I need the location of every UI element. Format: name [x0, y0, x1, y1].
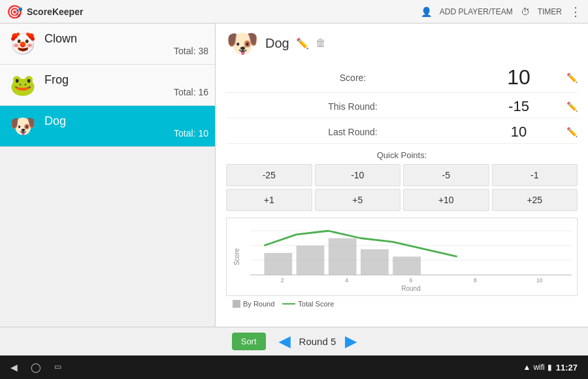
- avatar-clown: 🤡: [7, 27, 39, 60]
- qp-pos10[interactable]: +10: [403, 189, 489, 211]
- player-info-dog: Dog Total: 10: [39, 114, 208, 139]
- player-info-clown: Clown Total: 38: [39, 32, 208, 56]
- app-icon: 🎯: [7, 4, 23, 20]
- next-round-button[interactable]: ▶: [345, 333, 356, 350]
- chart-y-label: Score: [233, 248, 240, 265]
- player-item-clown[interactable]: 🤡 Clown Total: 38: [0, 24, 215, 65]
- score-row-this-round: This Round: -15 ✏️: [226, 95, 578, 118]
- player-info-frog: Frog Total: 16: [39, 73, 208, 97]
- svg-rect-16: [329, 239, 357, 275]
- player-total-frog: Total: 16: [44, 87, 208, 97]
- detail-player-name: Dog: [265, 36, 289, 51]
- back-button[interactable]: ◀: [10, 362, 18, 372]
- this-round-edit-icon[interactable]: ✏️: [558, 101, 578, 112]
- detail-avatar: 🐶: [226, 30, 259, 56]
- svg-text:2: 2: [281, 277, 284, 282]
- status-bar: ▲ wifi ▮ 11:27: [523, 363, 578, 372]
- score-row-last-round: Last Round: 10 ✏️: [226, 121, 578, 144]
- svg-rect-17: [361, 249, 389, 274]
- battery-icon: ▮: [547, 363, 552, 372]
- header-actions: 👤 ADD PLAYER/TEAM ⏱ TIMER ⋮: [421, 5, 581, 19]
- timer-button[interactable]: TIMER: [538, 7, 562, 16]
- detail-panel: 🐶 Dog ✏️ 🗑 Score: 10 ✏️ This Round: -15 …: [216, 24, 588, 327]
- last-round-label: Last Round:: [226, 127, 480, 137]
- more-options-icon[interactable]: ⋮: [570, 5, 581, 19]
- svg-text:10: 10: [536, 277, 543, 282]
- legend-box-icon: [233, 300, 240, 308]
- round-navigation: ◀ Round 5 ▶: [279, 333, 357, 350]
- svg-rect-15: [297, 246, 325, 275]
- legend-by-round: By Round: [233, 300, 274, 308]
- edit-name-icon[interactable]: ✏️: [296, 37, 309, 50]
- app-header: 🎯 ScoreKeeper: [7, 4, 83, 20]
- score-label: Score:: [226, 73, 480, 83]
- clown-emoji: 🤡: [10, 33, 36, 54]
- quick-points-label: Quick Points:: [226, 150, 578, 160]
- qp-pos5[interactable]: +5: [315, 189, 401, 211]
- android-nav-buttons: ◀ ◯ ▭: [10, 362, 61, 372]
- player-total-dog: Total: 10: [44, 128, 208, 139]
- qp-pos25[interactable]: +25: [492, 189, 578, 211]
- chart-svg: 20 15 10 0 2 4 6 8 10: [250, 223, 572, 282]
- signal-icon: ▲: [523, 363, 531, 372]
- wifi-icon: wifi: [533, 363, 544, 372]
- player-item-dog[interactable]: 🐶 Dog Total: 10: [0, 106, 215, 147]
- android-nav-bar: ◀ ◯ ▭ ▲ wifi ▮ 11:27: [0, 355, 588, 379]
- qp-neg25[interactable]: -25: [226, 164, 312, 186]
- avatar-frog: 🐸: [7, 69, 39, 101]
- person-icon: 👤: [421, 7, 432, 17]
- legend-line-icon: [282, 303, 295, 305]
- top-bar: 🎯 ScoreKeeper 👤 ADD PLAYER/TEAM ⏱ TIMER …: [0, 0, 588, 24]
- this-round-label: This Round:: [226, 101, 480, 112]
- round-label: Round 5: [299, 336, 336, 347]
- score-edit-icon[interactable]: ✏️: [558, 73, 578, 83]
- bottom-bar: Sort ◀ Round 5 ▶: [0, 327, 588, 355]
- prev-round-button[interactable]: ◀: [279, 333, 290, 350]
- svg-text:6: 6: [410, 277, 413, 282]
- svg-text:8: 8: [474, 277, 477, 282]
- dog-emoji: 🐶: [10, 116, 36, 137]
- qp-neg5[interactable]: -5: [403, 164, 489, 186]
- qp-neg1[interactable]: -1: [492, 164, 578, 186]
- clock: 11:27: [556, 363, 578, 372]
- score-chart: Score 20 15 10 0 2 4 6 8 10: [226, 218, 578, 296]
- qp-pos1[interactable]: +1: [226, 189, 312, 211]
- home-button[interactable]: ◯: [31, 362, 41, 372]
- qp-neg10[interactable]: -10: [315, 164, 401, 186]
- sidebar: 🤡 Clown Total: 38 🐸 Frog Total: 16 🐶 Do: [0, 24, 216, 327]
- player-name-frog: Frog: [44, 73, 208, 87]
- score-value: 10: [480, 65, 558, 90]
- this-round-value: -15: [480, 98, 558, 115]
- frog-emoji: 🐸: [10, 74, 36, 95]
- status-icons: ▲ wifi ▮: [523, 363, 552, 372]
- last-round-value: 10: [480, 124, 558, 140]
- legend-by-round-label: By Round: [243, 300, 274, 308]
- player-total-clown: Total: 38: [44, 46, 208, 56]
- sort-button[interactable]: Sort: [232, 333, 266, 350]
- svg-text:4: 4: [345, 277, 348, 282]
- last-round-edit-icon[interactable]: ✏️: [558, 127, 578, 137]
- main-layout: 🤡 Clown Total: 38 🐸 Frog Total: 16 🐶 Do: [0, 24, 588, 327]
- svg-rect-14: [264, 253, 292, 275]
- legend-total-score: Total Score: [282, 300, 334, 308]
- score-row-total: Score: 10 ✏️: [226, 63, 578, 93]
- quick-points-grid: -25 -10 -5 -1 +1 +5 +10 +25: [226, 164, 578, 211]
- timer-icon: ⏱: [521, 7, 530, 17]
- player-name-dog: Dog: [44, 114, 208, 128]
- chart-legend: By Round Total Score: [226, 300, 578, 308]
- add-player-button[interactable]: ADD PLAYER/TEAM: [440, 7, 513, 16]
- chart-x-label: Round: [250, 285, 572, 292]
- player-name-clown: Clown: [44, 32, 208, 46]
- score-section: Score: 10 ✏️ This Round: -15 ✏️ Last Rou…: [226, 63, 578, 144]
- avatar-dog: 🐶: [7, 110, 39, 142]
- delete-player-icon[interactable]: 🗑: [316, 37, 326, 49]
- detail-header: 🐶 Dog ✏️ 🗑: [226, 30, 578, 56]
- app-title: ScoreKeeper: [27, 7, 83, 17]
- svg-rect-18: [393, 257, 421, 275]
- recents-button[interactable]: ▭: [54, 362, 61, 372]
- legend-total-label: Total Score: [298, 300, 334, 308]
- player-item-frog[interactable]: 🐸 Frog Total: 16: [0, 65, 215, 106]
